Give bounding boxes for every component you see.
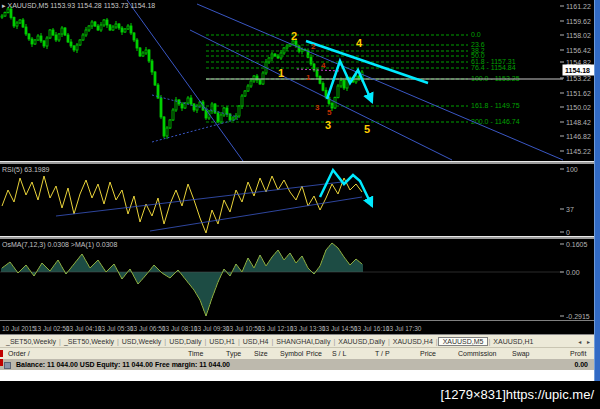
svg-text:1154.18: 1154.18 xyxy=(565,67,590,74)
column-price[interactable]: Price xyxy=(420,350,436,357)
svg-text:13 Jul 05:30: 13 Jul 05:30 xyxy=(98,325,134,332)
tab-usd-weekly[interactable]: USD,Weekly xyxy=(119,338,165,345)
column-profit[interactable]: Profit xyxy=(570,350,586,357)
time-axis[interactable]: 10 Jul 201513 Jul 02:5013 Jul 04:1013 Ju… xyxy=(2,325,422,332)
svg-text:13 Jul 14:50: 13 Jul 14:50 xyxy=(322,325,358,332)
svg-text:3: 3 xyxy=(325,119,331,131)
svg-text:13 Jul 17:30: 13 Jul 17:30 xyxy=(386,325,422,332)
svg-text:1154.82: 1154.82 xyxy=(566,59,591,66)
svg-text:13 Jul 08:10: 13 Jul 08:10 xyxy=(162,325,198,332)
svg-text:0.0: 0.0 xyxy=(471,31,481,38)
svg-text:13 Jul 02:50: 13 Jul 02:50 xyxy=(34,325,70,332)
column-type[interactable]: Type xyxy=(226,350,241,357)
forecast-zigzag-rsi[interactable] xyxy=(320,170,372,206)
svg-text:4: 4 xyxy=(321,61,326,70)
column-size[interactable]: Size xyxy=(254,350,268,357)
svg-text:1158.02: 1158.02 xyxy=(566,32,591,39)
tab-usd-h1[interactable]: USD,H1 xyxy=(206,338,238,345)
svg-text:1151.62: 1151.62 xyxy=(566,90,591,97)
svg-text:100: 100 xyxy=(566,166,578,173)
svg-text:0: 0 xyxy=(566,229,570,236)
balance-profit: 0.00 xyxy=(574,361,588,368)
column-price[interactable]: Price xyxy=(306,350,322,357)
splitter-rsi-shadow[interactable] xyxy=(0,162,595,164)
svg-text:3: 3 xyxy=(315,103,320,112)
splitter-rsi[interactable] xyxy=(0,161,595,162)
column-swap[interactable]: Swap xyxy=(512,350,530,357)
column-commission[interactable]: Commission xyxy=(458,350,497,357)
svg-text:13 Jul 06:50: 13 Jul 06:50 xyxy=(130,325,166,332)
row-marker xyxy=(0,359,3,366)
svg-text:1156.42: 1156.42 xyxy=(566,47,591,54)
svg-text:10 Jul 2015: 10 Jul 2015 xyxy=(2,325,36,332)
svg-text:1161.22: 1161.22 xyxy=(566,3,591,10)
tab-xauusd-h4[interactable]: XAUUSD,H4 xyxy=(390,338,436,345)
fib-retracement[interactable]: 0.023.638.250.061.8 - 1157.3176.4 - 1154… xyxy=(206,31,563,125)
svg-text:1159.62: 1159.62 xyxy=(566,18,591,25)
trade-table-header: Order /TimeTypeSizeSymbolPriceS / LT / P… xyxy=(0,347,600,359)
svg-text:13 Jul 13:30: 13 Jul 13:30 xyxy=(290,325,326,332)
svg-text:161.8 - 1149.75: 161.8 - 1149.75 xyxy=(471,102,520,109)
terminal-panel: _SET50,Weekly|_SET50,Weekly|USD,Weekly|U… xyxy=(0,334,600,382)
osma-label: OsMA(7,12,3) 0.0308 >MA(1) 0.0308 xyxy=(2,241,117,249)
svg-text:4: 4 xyxy=(356,37,363,49)
balance-row[interactable]: Balance: 11 044.00 USD Equity: 11 044.00… xyxy=(0,359,600,370)
column-order-[interactable]: Order / xyxy=(8,350,30,357)
column-time[interactable]: Time xyxy=(188,350,203,357)
svg-text:1: 1 xyxy=(278,67,284,79)
tab-xauusd-h1[interactable]: XAUUSD,H1 xyxy=(490,338,536,345)
svg-text:13 Jul 09:30: 13 Jul 09:30 xyxy=(194,325,230,332)
svg-text:13 Jul 12:10: 13 Jul 12:10 xyxy=(258,325,294,332)
tab-shanghai-daily[interactable]: SHANGHAI,Daily xyxy=(273,338,333,345)
svg-text:1148.42: 1148.42 xyxy=(566,119,591,126)
balance-icon xyxy=(4,362,11,369)
tab-xauusd-m5[interactable]: XAUUSD,M5 xyxy=(438,337,489,346)
tab-usd-h4[interactable]: USD,H4 xyxy=(240,338,272,345)
tab--set50-weekly[interactable]: _SET50,Weekly xyxy=(3,338,59,345)
svg-text:-0.2915: -0.2915 xyxy=(566,313,590,320)
svg-text:1: 1 xyxy=(306,73,311,82)
svg-text:0.00: 0.00 xyxy=(566,269,580,276)
svg-text:0.1605: 0.1605 xyxy=(566,241,588,248)
splitter-osma-shadow[interactable] xyxy=(0,237,595,239)
svg-text:76.4 - 1154.84: 76.4 - 1154.84 xyxy=(471,64,516,71)
mt4-window: 0.023.638.250.061.8 - 1157.3176.4 - 1154… xyxy=(0,0,600,409)
tab-usd-daily[interactable]: USD,Daily xyxy=(166,338,204,345)
tab-xauusd-daily[interactable]: XAUUSD,Daily xyxy=(335,338,388,345)
svg-text:13 Jul 04:10: 13 Jul 04:10 xyxy=(66,325,102,332)
column-t-p[interactable]: T / P xyxy=(375,350,390,357)
svg-text:2: 2 xyxy=(311,42,316,51)
svg-text:5: 5 xyxy=(327,108,332,117)
svg-text:13 Jul 16:10: 13 Jul 16:10 xyxy=(354,325,390,332)
column-s-l[interactable]: S / L xyxy=(332,350,346,357)
tab--set50-weekly[interactable]: _SET50,Weekly xyxy=(61,338,117,345)
svg-text:37: 37 xyxy=(566,206,574,213)
osma-pane xyxy=(0,243,563,316)
watermark-text: [1279×831]https://upic.me/ xyxy=(0,381,600,409)
rsi-pane xyxy=(2,176,362,233)
column-symbol[interactable]: Symbol xyxy=(280,350,303,357)
svg-text:1150.02: 1150.02 xyxy=(566,104,591,111)
forecast-zigzag-main[interactable] xyxy=(306,41,428,102)
chart-title: ▸ XAUUSD,M5 1153.93 1154.28 1153.73 1154… xyxy=(2,2,155,9)
tab-scroll-arrows[interactable]: ◂ ▸ xyxy=(578,338,592,345)
price-chart[interactable]: 0.023.638.250.061.8 - 1157.3176.4 - 1154… xyxy=(0,0,600,334)
watermark-bar: [1279×831]https://upic.me/ xyxy=(0,381,600,409)
window-right-border xyxy=(594,0,600,381)
chart-tab-bar: _SET50,Weekly|_SET50,Weekly|USD,Weekly|U… xyxy=(0,335,600,347)
svg-text:1153.22: 1153.22 xyxy=(566,75,591,82)
svg-text:1145.22: 1145.22 xyxy=(566,148,591,155)
row-marker xyxy=(0,350,3,357)
splitter-osma[interactable] xyxy=(0,236,595,237)
svg-text:5: 5 xyxy=(364,123,370,135)
svg-text:2: 2 xyxy=(291,30,297,42)
balance-text: Balance: 11 044.00 USD Equity: 11 044.00… xyxy=(16,361,230,368)
svg-text:1146.82: 1146.82 xyxy=(566,133,591,140)
svg-text:13 Jul 10:50: 13 Jul 10:50 xyxy=(226,325,262,332)
rsi-label: RSI(5) 63.1989 xyxy=(2,166,50,174)
